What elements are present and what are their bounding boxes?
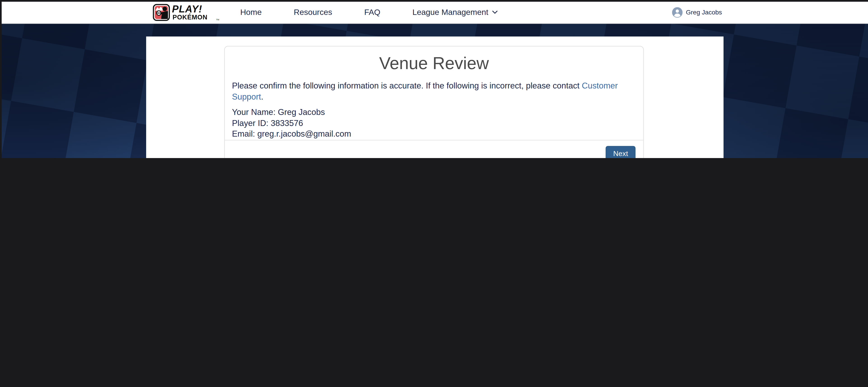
svg-text:TM: TM	[216, 18, 219, 20]
chevron-down-icon	[492, 11, 498, 14]
hero-background: Venue Review Please confirm the followin…	[0, 23, 868, 158]
content-panel: Venue Review Please confirm the followin…	[146, 36, 724, 158]
user-name: Greg Jacobs	[686, 9, 722, 15]
intro-text: Please confirm the following information…	[232, 80, 636, 102]
player-email-row: Email: greg.r.jacobs@gmail.com	[232, 128, 636, 139]
nav-home[interactable]: Home	[240, 8, 261, 17]
page-title: Venue Review	[232, 54, 636, 74]
intro-suffix: .	[261, 91, 263, 101]
top-navbar: PLAY! POKÉMON TM Home Resources FAQ Leag…	[0, 2, 868, 24]
player-id-row: Player ID: 3833576	[232, 118, 636, 128]
player-name-label: Your Name:	[232, 107, 276, 117]
nav-league-management[interactable]: League Management	[412, 8, 498, 17]
svg-text:PLAY!: PLAY!	[172, 4, 202, 14]
player-name-row: Your Name: Greg Jacobs	[232, 107, 636, 118]
page: PLAY! POKÉMON TM Home Resources FAQ Leag…	[0, 0, 868, 158]
main-nav: Home Resources FAQ League Management	[240, 2, 498, 23]
svg-text:POKÉMON: POKÉMON	[173, 13, 208, 21]
player-email-label: Email:	[232, 129, 255, 138]
next-button[interactable]: Next	[606, 146, 636, 158]
window-top-edge	[0, 0, 868, 2]
play-pokemon-logo-icon: PLAY! POKÉMON TM	[153, 4, 220, 21]
card-footer: Next	[225, 140, 643, 158]
card-body: Venue Review Please confirm the followin…	[225, 46, 643, 139]
user-menu[interactable]: Greg Jacobs	[672, 2, 722, 23]
player-id-label: Player ID:	[232, 118, 269, 128]
player-info: Your Name: Greg Jacobs Player ID: 383357…	[232, 107, 636, 139]
nav-resources[interactable]: Resources	[294, 8, 332, 17]
nav-faq[interactable]: FAQ	[364, 8, 380, 17]
avatar-icon	[672, 7, 683, 18]
player-name-value: Greg Jacobs	[278, 107, 325, 117]
venue-review-card: Venue Review Please confirm the followin…	[224, 46, 644, 158]
player-id-value: 3833576	[271, 118, 303, 128]
player-email-value: greg.r.jacobs@gmail.com	[257, 129, 351, 138]
nav-league-management-label: League Management	[412, 8, 489, 17]
window-left-edge	[0, 0, 1, 158]
intro-prefix: Please confirm the following information…	[232, 80, 580, 90]
play-pokemon-logo[interactable]: PLAY! POKÉMON TM	[153, 4, 220, 21]
